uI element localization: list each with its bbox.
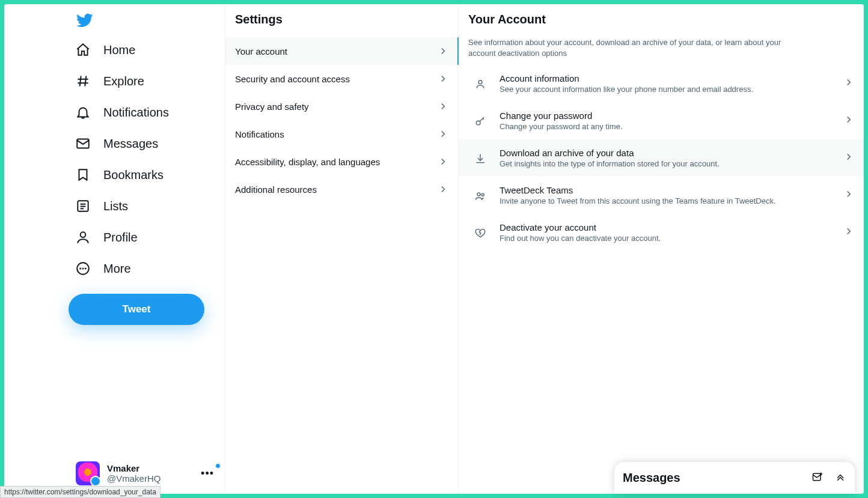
option-title: Download an archive of your data xyxy=(500,148,843,158)
svg-point-13 xyxy=(85,268,86,269)
primary-nav: Home Explore Notifications Messages Book… xyxy=(4,4,225,494)
more-circle-icon xyxy=(75,260,91,277)
chevron-right-icon xyxy=(438,184,448,195)
detail-column: Your Account See information about your … xyxy=(458,4,864,494)
nav-lists[interactable]: Lists xyxy=(69,190,225,222)
settings-item-notifications[interactable]: Notifications xyxy=(225,120,458,148)
settings-title: Settings xyxy=(225,4,458,37)
chevron-right-icon xyxy=(438,73,448,84)
nav-label: Bookmarks xyxy=(103,168,164,182)
svg-line-2 xyxy=(80,76,81,86)
svg-point-16 xyxy=(477,193,480,196)
envelope-icon xyxy=(75,135,91,152)
svg-point-12 xyxy=(82,268,83,269)
settings-item-privacy[interactable]: Privacy and safety xyxy=(225,93,458,120)
settings-item-label: Additional resources xyxy=(235,184,317,195)
twitter-logo[interactable] xyxy=(69,9,225,34)
chevron-right-icon xyxy=(843,77,854,90)
svg-point-17 xyxy=(481,194,484,196)
chevron-right-icon xyxy=(843,114,854,127)
option-tweetdeck-teams[interactable]: TweetDeck Teams Invite anyone to Tweet f… xyxy=(459,177,864,214)
chevron-right-icon xyxy=(438,156,448,167)
settings-item-label: Privacy and safety xyxy=(235,102,309,112)
nav-bookmarks[interactable]: Bookmarks xyxy=(69,159,225,190)
person-icon xyxy=(468,77,492,90)
heartbreak-icon xyxy=(468,226,492,239)
ellipsis-icon: ••• xyxy=(197,467,218,480)
nav-explore[interactable]: Explore xyxy=(69,65,225,97)
svg-point-11 xyxy=(80,268,81,269)
messages-drawer-title: Messages xyxy=(623,471,680,485)
tweet-button[interactable]: Tweet xyxy=(69,294,204,325)
settings-item-label: Accessibility, display, and languages xyxy=(235,157,380,167)
option-subtitle: Get insights into the type of informatio… xyxy=(500,159,843,168)
option-download-archive[interactable]: Download an archive of your data Get ins… xyxy=(459,139,864,177)
svg-point-15 xyxy=(476,121,480,126)
settings-item-security[interactable]: Security and account access xyxy=(225,65,458,93)
option-title: Change your password xyxy=(500,111,843,121)
nav-label: Explore xyxy=(103,74,144,88)
nav-profile[interactable]: Profile xyxy=(69,222,225,253)
option-subtitle: Change your password at any time. xyxy=(500,122,843,131)
new-message-icon[interactable] xyxy=(811,471,824,485)
option-title: TweetDeck Teams xyxy=(500,185,843,195)
settings-item-accessibility[interactable]: Accessibility, display, and languages xyxy=(225,148,458,175)
option-change-password[interactable]: Change your password Change your passwor… xyxy=(459,102,864,139)
chevron-right-icon xyxy=(843,151,854,165)
person-icon xyxy=(75,229,91,246)
account-name: Vmaker xyxy=(107,463,197,473)
home-icon xyxy=(75,41,91,58)
detail-description: See information about your account, down… xyxy=(459,37,795,65)
option-subtitle: Invite anyone to Tweet from this account… xyxy=(500,196,843,205)
nav-home[interactable]: Home xyxy=(69,34,225,65)
messages-drawer[interactable]: Messages xyxy=(614,462,855,494)
nav-label: Profile xyxy=(103,231,138,244)
option-subtitle: See your account information like your p… xyxy=(500,85,843,94)
avatar xyxy=(76,461,100,485)
bell-icon xyxy=(75,104,91,121)
nav-label: More xyxy=(103,262,131,276)
account-switcher[interactable]: Vmaker @VmakerHQ ••• xyxy=(69,457,225,490)
settings-item-resources[interactable]: Additional resources xyxy=(225,175,458,203)
chevron-up-double-icon[interactable] xyxy=(834,471,846,485)
nav-label: Lists xyxy=(103,199,128,213)
settings-item-label: Your account xyxy=(235,46,287,56)
hashtag-icon xyxy=(75,73,91,90)
settings-column: Settings Your account Security and accou… xyxy=(225,4,458,494)
people-icon xyxy=(468,189,492,202)
chevron-right-icon xyxy=(438,46,448,56)
bookmark-icon xyxy=(75,166,91,183)
list-icon xyxy=(75,198,91,214)
status-bar-url: https://twitter.com/settings/download_yo… xyxy=(0,486,160,498)
option-account-information[interactable]: Account information See your account inf… xyxy=(459,65,864,102)
detail-title: Your Account xyxy=(459,4,864,37)
option-title: Deactivate your account xyxy=(500,222,843,232)
nav-messages[interactable]: Messages xyxy=(69,128,225,159)
download-icon xyxy=(468,151,492,165)
nav-label: Home xyxy=(103,43,135,57)
chevron-right-icon xyxy=(438,101,448,112)
option-title: Account information xyxy=(500,73,843,84)
chevron-right-icon xyxy=(843,226,854,239)
key-icon xyxy=(468,114,492,127)
option-deactivate-account[interactable]: Deactivate your account Find out how you… xyxy=(459,214,864,251)
settings-item-label: Security and account access xyxy=(235,74,350,84)
svg-line-3 xyxy=(85,76,86,86)
nav-notifications[interactable]: Notifications xyxy=(69,97,225,128)
chevron-right-icon xyxy=(843,189,854,202)
account-handle: @VmakerHQ xyxy=(107,473,197,484)
nav-label: Notifications xyxy=(103,106,169,120)
svg-point-9 xyxy=(81,232,86,237)
svg-point-14 xyxy=(478,80,482,84)
nav-label: Messages xyxy=(103,137,158,151)
nav-more[interactable]: More xyxy=(69,253,225,284)
settings-item-label: Notifications xyxy=(235,129,284,139)
settings-item-your-account[interactable]: Your account xyxy=(225,37,458,65)
option-subtitle: Find out how you can deactivate your acc… xyxy=(500,234,843,243)
chevron-right-icon xyxy=(438,129,448,139)
